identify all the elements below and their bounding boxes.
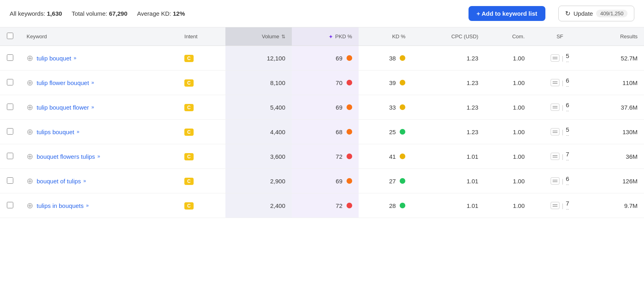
keyword-link[interactable]: tulips in bouquets » [37, 202, 89, 209]
row-checkbox-cell [0, 95, 20, 120]
kd-value: 25 [389, 129, 396, 135]
kd-value: 27 [389, 178, 396, 185]
keyword-link[interactable]: tulip bouquet flower » [37, 104, 94, 111]
results-cell: 37.6M [588, 95, 644, 120]
table-header-row: Keyword Intent Volume ⇅ ✦ PKD % KD % [0, 27, 644, 46]
svg-rect-8 [553, 155, 557, 156]
keyword-link[interactable]: tulip flower bouquet » [37, 79, 94, 86]
keyword-cell: ⊕ bouquet flowers tulips » [20, 144, 178, 169]
row-checkbox[interactable] [7, 104, 13, 110]
all-keywords-value: 1,630 [47, 10, 62, 17]
sf-sub: -- [566, 182, 569, 187]
intent-header: Intent [178, 27, 225, 46]
add-keyword-icon[interactable]: ⊕ [27, 53, 33, 63]
intent-cell: C [178, 144, 225, 169]
sf-cell: | 5 -- [531, 46, 589, 71]
keyword-text: tulips in bouquets [37, 202, 84, 209]
row-checkbox[interactable] [7, 202, 13, 208]
intent-badge: C [184, 129, 194, 136]
pkd-value: 69 [336, 178, 343, 185]
sf-sub: -- [566, 207, 569, 211]
volume-header[interactable]: Volume ⇅ [225, 27, 292, 46]
volume-sort-icon: ⇅ [281, 34, 285, 39]
row-checkbox[interactable] [7, 54, 13, 61]
row-checkbox[interactable] [7, 177, 13, 184]
keyword-cell: ⊕ tulip flower bouquet » [20, 71, 178, 95]
chevrons-icon: » [91, 104, 94, 110]
kd-value: 33 [389, 104, 396, 111]
sf-sub: -- [566, 158, 569, 162]
keyword-link[interactable]: bouquet flowers tulips » [37, 153, 100, 160]
sf-separator: | [562, 153, 564, 160]
cpc-cell: 1.23 [412, 95, 485, 120]
table-row: ⊕ bouquet of tulips » C2,90069271.011.00… [0, 169, 644, 193]
volume-cell: 2,900 [225, 169, 292, 193]
kd-dot [400, 104, 405, 110]
sf-icon [551, 128, 559, 135]
row-checkbox[interactable] [7, 153, 13, 159]
table-row: ⊕ tulip bouquet » C12,10069381.231.00 | … [0, 46, 644, 71]
keyword-text: bouquet of tulips [37, 178, 81, 185]
row-checkbox[interactable] [7, 128, 13, 135]
total-volume-stat: Total volume: 67,290 [72, 10, 127, 17]
intent-cell: C [178, 193, 225, 218]
keyword-text: tulip bouquet [37, 55, 71, 62]
add-to-keyword-list-button[interactable]: + Add to keyword list [469, 6, 545, 21]
keyword-text: bouquet flowers tulips [37, 153, 95, 160]
table-row: ⊕ tulip flower bouquet » C8,10070391.231… [0, 71, 644, 95]
intent-cell: C [178, 46, 225, 71]
add-keyword-icon[interactable]: ⊕ [27, 201, 33, 210]
keyword-text: tulips bouquet [37, 129, 74, 135]
sf-cell: | 6 -- [531, 169, 589, 193]
sf-separator: | [562, 202, 564, 209]
sf-header: SF [531, 27, 589, 46]
pkd-value: 69 [336, 104, 343, 111]
add-keyword-icon[interactable]: ⊕ [27, 127, 33, 137]
add-keyword-icon[interactable]: ⊕ [27, 78, 33, 87]
cpc-cell: 1.01 [412, 169, 485, 193]
pkd-cell: 69 [292, 46, 359, 71]
select-all-checkbox[interactable] [7, 33, 13, 39]
keyword-cell: ⊕ tulips in bouquets » [20, 193, 178, 218]
sf-cell: | 7 -- [531, 193, 589, 218]
pkd-cell: 69 [292, 95, 359, 120]
avg-kd-stat: Average KD: 12% [137, 10, 185, 17]
keyword-link[interactable]: tulip bouquet » [37, 55, 76, 62]
pkd-value: 70 [336, 79, 343, 86]
sf-icon [551, 202, 559, 209]
sf-separator: | [562, 79, 564, 86]
add-keyword-icon[interactable]: ⊕ [27, 176, 33, 186]
svg-rect-10 [553, 180, 557, 181]
com-cell: 1.00 [485, 95, 531, 120]
update-button[interactable]: ↻ Update 409/1,250 [558, 6, 634, 21]
intent-badge: C [184, 202, 194, 210]
pkd-cell: 68 [292, 120, 359, 144]
kd-value: 38 [389, 55, 396, 62]
kd-cell: 27 [359, 169, 412, 193]
add-keyword-icon[interactable]: ⊕ [27, 152, 33, 161]
sf-separator: | [562, 55, 564, 62]
keyword-link[interactable]: tulips bouquet » [37, 129, 79, 135]
sf-icon [551, 54, 559, 62]
kd-value: 41 [389, 153, 396, 160]
add-keyword-icon[interactable]: ⊕ [27, 102, 33, 112]
kd-value: 39 [389, 79, 396, 86]
com-cell: 1.00 [485, 193, 531, 218]
kd-cell: 38 [359, 46, 412, 71]
chevrons-icon: » [74, 55, 76, 61]
all-keywords-stat: All keywords: 1,630 [10, 10, 62, 17]
row-checkbox[interactable] [7, 79, 13, 85]
row-checkbox-cell [0, 169, 20, 193]
row-checkbox-cell [0, 46, 20, 71]
chevrons-icon: » [76, 129, 79, 135]
row-checkbox-cell [0, 120, 20, 144]
results-header: Results [588, 27, 644, 46]
intent-cell: C [178, 95, 225, 120]
keyword-cell: ⊕ tulip bouquet » [20, 46, 178, 71]
total-volume-value: 67,290 [109, 10, 128, 17]
keyword-link[interactable]: bouquet of tulips » [37, 178, 86, 185]
pkd-dot [347, 154, 352, 159]
volume-cell: 8,100 [225, 71, 292, 95]
pkd-dot [347, 129, 352, 135]
keywords-table: Keyword Intent Volume ⇅ ✦ PKD % KD % [0, 27, 644, 218]
